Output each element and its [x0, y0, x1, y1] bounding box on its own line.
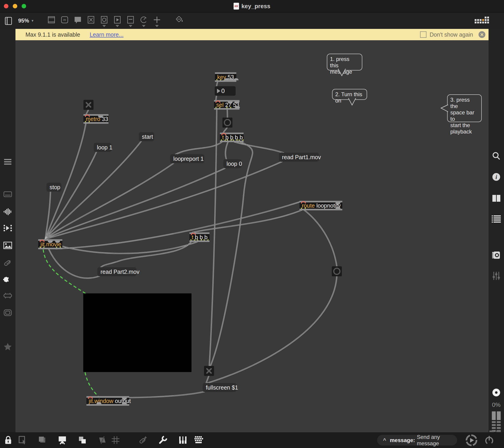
- message-input[interactable]: ^ message: Send any message: [377, 435, 457, 446]
- split-view-icon[interactable]: [492, 195, 501, 203]
- av-device-icon[interactable]: [3, 191, 12, 198]
- toggle-fullscreen[interactable]: [204, 366, 214, 376]
- outlet[interactable]: [233, 139, 238, 142]
- layers-icon[interactable]: [37, 435, 47, 445]
- computer-keyboard-icon[interactable]: [194, 435, 204, 445]
- toggle-metro[interactable]: [84, 100, 93, 110]
- dial-tool-icon[interactable]: [139, 15, 148, 25]
- info-icon[interactable]: i: [492, 173, 501, 182]
- outlet[interactable]: [227, 139, 232, 142]
- toggle-loopnotify[interactable]: [332, 266, 342, 276]
- grid-icon[interactable]: [110, 435, 121, 445]
- search-icon[interactable]: [492, 152, 501, 162]
- hot-inlet[interactable]: [215, 101, 220, 103]
- mixer-sliders-icon[interactable]: [492, 271, 501, 281]
- video-playback-icon[interactable]: [3, 224, 12, 233]
- hot-inlet[interactable]: [88, 397, 93, 399]
- hot-inlet[interactable]: [191, 233, 196, 235]
- hardware-bridge-icon[interactable]: [3, 292, 12, 300]
- duplicate-icon[interactable]: [77, 435, 87, 445]
- jit-movie-object[interactable]: jit.movie: [38, 239, 62, 249]
- video-preview-window[interactable]: [83, 293, 192, 372]
- exclude-icon[interactable]: [97, 435, 107, 445]
- outlet[interactable]: [204, 239, 209, 242]
- outlet[interactable]: [229, 78, 234, 80]
- trigger-bbb-object[interactable]: t b b b: [189, 233, 210, 242]
- play-button[interactable]: [465, 434, 478, 447]
- comment-3[interactable]: 3. press thespace bar tostart theplaybac…: [447, 94, 482, 122]
- presentation-mode-icon[interactable]: [57, 435, 67, 445]
- outlet[interactable]: [301, 208, 306, 210]
- patcher-sidebar-icon[interactable]: [4, 17, 13, 26]
- image-icon[interactable]: [3, 242, 12, 250]
- loop0-message[interactable]: loop 0: [223, 159, 242, 168]
- start-message[interactable]: start: [139, 132, 154, 141]
- outlet[interactable]: [197, 239, 202, 242]
- hot-inlet[interactable]: [85, 115, 90, 117]
- hot-inlet[interactable]: [39, 240, 45, 242]
- outlet[interactable]: [85, 121, 90, 123]
- outlet[interactable]: [122, 402, 127, 404]
- outlet[interactable]: [221, 139, 226, 142]
- wrench-icon[interactable]: [158, 435, 168, 445]
- outlet[interactable]: [96, 402, 101, 404]
- outlet[interactable]: [215, 107, 220, 109]
- paint-tool-icon[interactable]: [175, 15, 184, 25]
- toggle-sel[interactable]: [222, 118, 233, 127]
- attachment-icon[interactable]: [3, 259, 12, 267]
- trigger-bbbb-object[interactable]: t b b b b: [220, 133, 244, 142]
- comment-tool-icon[interactable]: [73, 15, 82, 25]
- read-part1-message[interactable]: read Part1.mov: [279, 153, 319, 162]
- list-icon[interactable]: [492, 215, 501, 224]
- fullscreen-message[interactable]: fullscreen $1: [203, 383, 236, 392]
- sel-object[interactable]: sel 27 53: [214, 100, 239, 110]
- outlet[interactable]: [216, 79, 221, 81]
- outlet[interactable]: [336, 207, 341, 209]
- matrix-window-icon[interactable]: [3, 309, 12, 317]
- message-box-tool-icon[interactable]: m: [60, 15, 69, 25]
- lock-icon[interactable]: [3, 435, 13, 445]
- hot-inlet[interactable]: [301, 201, 306, 203]
- close-banner-icon[interactable]: ✕: [479, 31, 485, 38]
- dont-show-again-checkbox[interactable]: [420, 31, 426, 38]
- number-box[interactable]: 0: [215, 86, 236, 96]
- zoom-level-control[interactable]: 95%▼: [18, 13, 34, 29]
- route-object[interactable]: route loopnotify: [300, 201, 342, 210]
- jit-window-object[interactable]: jit.window output: [87, 396, 129, 406]
- metro-object[interactable]: metro 33: [84, 114, 108, 124]
- loopreport-message[interactable]: loopreport 1: [170, 154, 204, 163]
- snapshot-camera-icon[interactable]: [492, 251, 501, 261]
- audio-waveform-icon[interactable]: [3, 208, 12, 216]
- outlet[interactable]: [239, 139, 244, 142]
- outlet[interactable]: [39, 247, 45, 249]
- loop1-message[interactable]: loop 1: [94, 143, 111, 152]
- read-part2-message[interactable]: read Part2.mov: [97, 267, 136, 276]
- select-region-icon[interactable]: [17, 435, 27, 445]
- object-box-tool-icon[interactable]: [47, 15, 56, 25]
- key-object[interactable]: key 53: [215, 72, 236, 82]
- menu-icon[interactable]: [4, 159, 12, 166]
- comment-2[interactable]: 2. Turn this on: [332, 89, 367, 100]
- add-object-tool-icon[interactable]: [152, 15, 162, 25]
- hot-inlet[interactable]: [221, 133, 226, 135]
- power-icon[interactable]: [484, 435, 494, 447]
- plug-icon[interactable]: [3, 275, 12, 285]
- outlet[interactable]: [226, 107, 231, 109]
- matrix-keyboard-icon[interactable]: [475, 17, 489, 23]
- record-button[interactable]: [492, 388, 501, 398]
- outlet[interactable]: [224, 78, 229, 80]
- button-tool-icon[interactable]: [100, 15, 109, 25]
- outlet[interactable]: [235, 106, 240, 108]
- patcher-canvas[interactable]: [16, 40, 488, 432]
- slider-tool-icon[interactable]: [126, 15, 135, 25]
- outlet[interactable]: [56, 247, 61, 249]
- attach-add-icon[interactable]: [138, 435, 148, 445]
- toggle-tool-icon[interactable]: [87, 15, 95, 25]
- comment-1[interactable]: 1. press thismessage: [327, 54, 362, 71]
- favorites-star-icon[interactable]: [4, 343, 12, 351]
- outlet[interactable]: [234, 78, 239, 80]
- stop-message[interactable]: stop: [46, 183, 61, 192]
- playbar-tool-icon[interactable]: [113, 15, 122, 25]
- learn-more-link[interactable]: Learn more...: [90, 31, 124, 38]
- piano-keyboard-icon[interactable]: [178, 435, 188, 445]
